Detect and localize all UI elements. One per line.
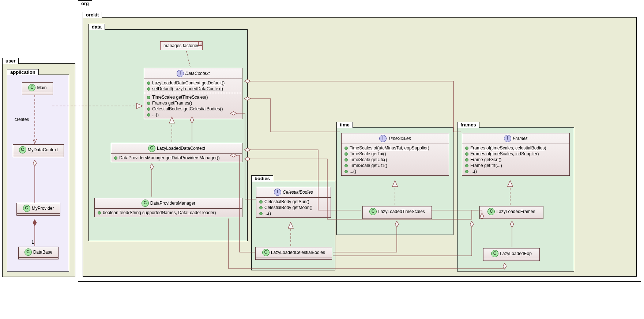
uml-connectors (0, 0, 644, 4)
package-org-label: org (78, 0, 92, 4)
